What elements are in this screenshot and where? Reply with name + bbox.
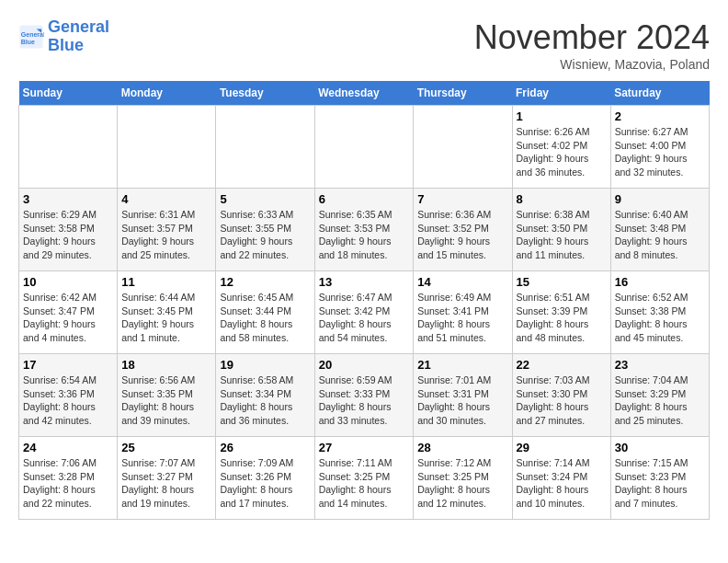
day-info: Sunrise: 6:44 AM Sunset: 3:45 PM Dayligh… [121, 291, 211, 345]
calendar-cell: 9Sunrise: 6:40 AM Sunset: 3:48 PM Daylig… [610, 189, 709, 271]
day-info: Sunrise: 7:04 AM Sunset: 3:29 PM Dayligh… [615, 373, 705, 428]
title-block: November 2024 Wisniew, Mazovia, Poland [474, 18, 710, 72]
calendar-cell [414, 106, 512, 189]
calendar-cell [19, 106, 118, 189]
day-info: Sunrise: 7:03 AM Sunset: 3:30 PM Dayligh… [517, 373, 607, 428]
day-info: Sunrise: 7:15 AM Sunset: 3:23 PM Dayligh… [615, 456, 705, 511]
day-number: 26 [220, 441, 310, 454]
day-info: Sunrise: 6:33 AM Sunset: 3:55 PM Dayligh… [220, 208, 310, 262]
day-number: 2 [615, 109, 705, 123]
weekday-header: Sunday [19, 81, 118, 106]
day-number: 7 [417, 192, 507, 206]
calendar-cell [118, 106, 216, 189]
calendar-cell: 12Sunrise: 6:45 AM Sunset: 3:44 PM Dayli… [216, 271, 314, 354]
calendar-cell: 5Sunrise: 6:33 AM Sunset: 3:55 PM Daylig… [216, 189, 314, 271]
calendar-cell: 13Sunrise: 6:47 AM Sunset: 3:42 PM Dayli… [314, 271, 414, 354]
calendar-cell: 6Sunrise: 6:35 AM Sunset: 3:53 PM Daylig… [314, 189, 414, 271]
day-info: Sunrise: 7:11 AM Sunset: 3:25 PM Dayligh… [319, 456, 410, 511]
day-number: 12 [220, 275, 310, 289]
calendar-cell: 17Sunrise: 6:54 AM Sunset: 3:36 PM Dayli… [19, 354, 118, 437]
day-number: 15 [517, 275, 607, 289]
day-number: 6 [319, 192, 410, 206]
day-info: Sunrise: 6:49 AM Sunset: 3:41 PM Dayligh… [417, 291, 507, 345]
day-info: Sunrise: 6:59 AM Sunset: 3:33 PM Dayligh… [319, 373, 410, 428]
calendar-cell: 14Sunrise: 6:49 AM Sunset: 3:41 PM Dayli… [414, 271, 512, 354]
day-number: 10 [23, 275, 113, 289]
day-number: 4 [121, 192, 211, 206]
day-number: 27 [319, 441, 410, 454]
calendar-week-row: 3Sunrise: 6:29 AM Sunset: 3:58 PM Daylig… [19, 189, 710, 271]
svg-text:Blue: Blue [21, 39, 35, 45]
calendar-cell: 23Sunrise: 7:04 AM Sunset: 3:29 PM Dayli… [610, 354, 709, 437]
weekday-header: Thursday [414, 81, 512, 106]
day-number: 16 [615, 275, 705, 289]
day-info: Sunrise: 6:26 AM Sunset: 4:02 PM Dayligh… [517, 125, 607, 179]
calendar-header-row: SundayMondayTuesdayWednesdayThursdayFrid… [19, 81, 710, 106]
calendar-table: SundayMondayTuesdayWednesdayThursdayFrid… [18, 81, 710, 520]
calendar-cell: 2Sunrise: 6:27 AM Sunset: 4:00 PM Daylig… [610, 106, 709, 189]
day-info: Sunrise: 6:29 AM Sunset: 3:58 PM Dayligh… [23, 208, 113, 262]
day-info: Sunrise: 6:56 AM Sunset: 3:35 PM Dayligh… [121, 373, 211, 428]
calendar-cell [314, 106, 414, 189]
day-info: Sunrise: 6:27 AM Sunset: 4:00 PM Dayligh… [615, 125, 705, 179]
day-number: 28 [417, 441, 507, 454]
day-info: Sunrise: 7:12 AM Sunset: 3:25 PM Dayligh… [417, 456, 507, 511]
calendar-cell: 11Sunrise: 6:44 AM Sunset: 3:45 PM Dayli… [118, 271, 216, 354]
day-number: 3 [23, 192, 113, 206]
calendar-cell: 10Sunrise: 6:42 AM Sunset: 3:47 PM Dayli… [19, 271, 118, 354]
day-number: 9 [615, 192, 705, 206]
calendar-cell [216, 106, 314, 189]
calendar-week-row: 1Sunrise: 6:26 AM Sunset: 4:02 PM Daylig… [19, 106, 710, 189]
calendar-cell: 28Sunrise: 7:12 AM Sunset: 3:25 PM Dayli… [414, 437, 512, 520]
day-info: Sunrise: 6:54 AM Sunset: 3:36 PM Dayligh… [23, 373, 113, 428]
day-number: 23 [615, 358, 705, 372]
day-number: 13 [319, 275, 410, 289]
day-number: 24 [23, 441, 113, 454]
day-number: 20 [319, 358, 410, 372]
day-info: Sunrise: 6:40 AM Sunset: 3:48 PM Dayligh… [615, 208, 705, 262]
day-info: Sunrise: 6:47 AM Sunset: 3:42 PM Dayligh… [319, 291, 410, 345]
logo-icon: General Blue [18, 24, 44, 50]
calendar-cell: 20Sunrise: 6:59 AM Sunset: 3:33 PM Dayli… [314, 354, 414, 437]
day-number: 19 [220, 358, 310, 372]
day-info: Sunrise: 7:01 AM Sunset: 3:31 PM Dayligh… [417, 373, 507, 428]
calendar-cell: 25Sunrise: 7:07 AM Sunset: 3:27 PM Dayli… [118, 437, 216, 520]
day-number: 17 [23, 358, 113, 372]
day-info: Sunrise: 6:38 AM Sunset: 3:50 PM Dayligh… [517, 208, 607, 262]
day-number: 14 [417, 275, 507, 289]
calendar-cell: 26Sunrise: 7:09 AM Sunset: 3:26 PM Dayli… [216, 437, 314, 520]
calendar-week-row: 10Sunrise: 6:42 AM Sunset: 3:47 PM Dayli… [19, 271, 710, 354]
page-header: General Blue General Blue November 2024 … [18, 18, 710, 72]
month-title: November 2024 [474, 18, 710, 57]
weekday-header: Monday [118, 81, 216, 106]
logo-text: General Blue [48, 18, 109, 55]
day-info: Sunrise: 6:45 AM Sunset: 3:44 PM Dayligh… [220, 291, 310, 345]
day-info: Sunrise: 6:42 AM Sunset: 3:47 PM Dayligh… [23, 291, 113, 345]
calendar-cell: 1Sunrise: 6:26 AM Sunset: 4:02 PM Daylig… [512, 106, 610, 189]
day-info: Sunrise: 7:14 AM Sunset: 3:24 PM Dayligh… [517, 456, 607, 511]
weekday-header: Friday [512, 81, 610, 106]
weekday-header: Tuesday [216, 81, 314, 106]
calendar-cell: 29Sunrise: 7:14 AM Sunset: 3:24 PM Dayli… [512, 437, 610, 520]
day-number: 29 [517, 441, 607, 454]
logo: General Blue General Blue [18, 18, 109, 55]
weekday-header: Saturday [610, 81, 709, 106]
calendar-cell: 30Sunrise: 7:15 AM Sunset: 3:23 PM Dayli… [610, 437, 709, 520]
calendar-week-row: 17Sunrise: 6:54 AM Sunset: 3:36 PM Dayli… [19, 354, 710, 437]
day-info: Sunrise: 7:07 AM Sunset: 3:27 PM Dayligh… [121, 456, 211, 511]
calendar-cell: 18Sunrise: 6:56 AM Sunset: 3:35 PM Dayli… [118, 354, 216, 437]
day-number: 30 [615, 441, 705, 454]
day-number: 5 [220, 192, 310, 206]
weekday-header: Wednesday [314, 81, 414, 106]
day-info: Sunrise: 7:06 AM Sunset: 3:28 PM Dayligh… [23, 456, 113, 511]
calendar-cell: 27Sunrise: 7:11 AM Sunset: 3:25 PM Dayli… [314, 437, 414, 520]
day-info: Sunrise: 6:31 AM Sunset: 3:57 PM Dayligh… [121, 208, 211, 262]
calendar-cell: 4Sunrise: 6:31 AM Sunset: 3:57 PM Daylig… [118, 189, 216, 271]
day-info: Sunrise: 6:35 AM Sunset: 3:53 PM Dayligh… [319, 208, 410, 262]
day-info: Sunrise: 7:09 AM Sunset: 3:26 PM Dayligh… [220, 456, 310, 511]
calendar-cell: 15Sunrise: 6:51 AM Sunset: 3:39 PM Dayli… [512, 271, 610, 354]
day-info: Sunrise: 6:51 AM Sunset: 3:39 PM Dayligh… [517, 291, 607, 345]
day-info: Sunrise: 6:36 AM Sunset: 3:52 PM Dayligh… [417, 208, 507, 262]
day-number: 22 [517, 358, 607, 372]
day-number: 25 [121, 441, 211, 454]
